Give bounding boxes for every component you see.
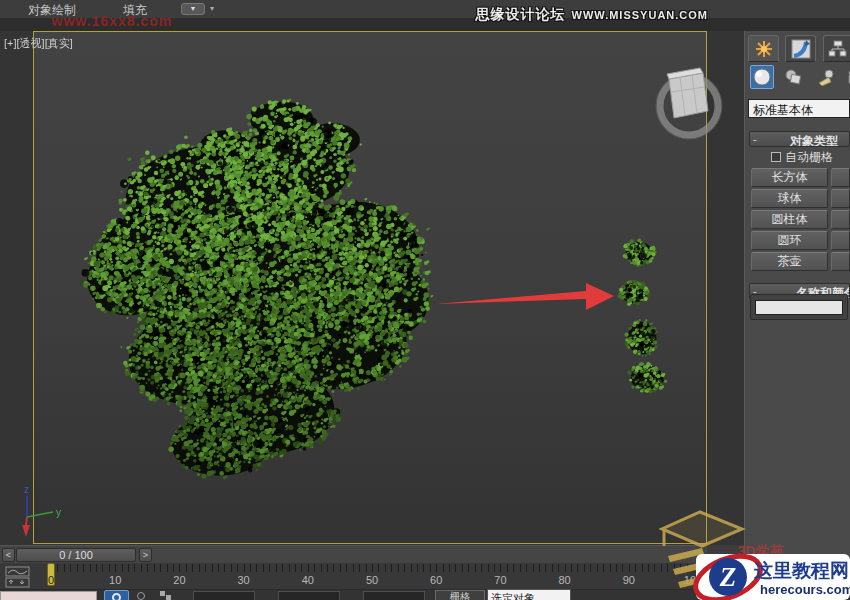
category-lights[interactable]: [813, 66, 837, 90]
absolute-mode-icon[interactable]: [160, 591, 172, 600]
ruler-tick: [610, 564, 611, 572]
time-slider-value[interactable]: 0 / 100: [16, 548, 136, 562]
ruler-tick: [366, 564, 367, 572]
ruler-tick: [212, 564, 213, 572]
create-category-row: [750, 65, 850, 91]
ruler-tick: [282, 564, 283, 572]
autogrid-label: 自动栅格: [785, 150, 833, 163]
selection-lock-icon[interactable]: [137, 592, 145, 600]
primitive-button-clipped[interactable]: [831, 168, 850, 187]
open-mini-curve-editor-button[interactable]: [5, 566, 31, 588]
ruler-tick: [353, 564, 354, 572]
shapes-icon: [784, 68, 802, 86]
ruler-tick: [289, 564, 290, 572]
ruler-tick: [77, 564, 78, 572]
rollout-object-type[interactable]: - 对象类型: [749, 131, 850, 147]
ruler-tick: [635, 564, 636, 572]
axis-y-label: y: [56, 507, 61, 518]
ruler-tick: [321, 564, 322, 572]
primitive-button-clipped[interactable]: [831, 189, 850, 208]
ruler-tick: [590, 564, 591, 572]
create-icon: [754, 39, 774, 59]
coordinate-x-field[interactable]: [193, 591, 255, 600]
chevron-down-icon[interactable]: ▾: [210, 4, 214, 13]
ruler-tick: [147, 564, 148, 572]
ruler-tick: [134, 564, 135, 572]
name-color-groupbox: [750, 294, 848, 320]
ruler-tick: [192, 564, 193, 572]
ribbon-collapse-button[interactable]: ▼: [181, 3, 205, 15]
tab-modify[interactable]: [785, 35, 816, 62]
ruler-tick: [141, 564, 142, 572]
tab-create[interactable]: [748, 35, 779, 62]
primitive-button-0[interactable]: 长方体: [751, 168, 828, 187]
ruler-tick: [333, 564, 334, 572]
primitive-button-clipped[interactable]: [831, 252, 850, 271]
ruler-tick: [263, 564, 264, 572]
world-axis-tripod: z y: [5, 483, 67, 541]
ruler-tick: [436, 564, 437, 572]
ruler-tick: [83, 564, 84, 572]
primitive-button-1[interactable]: 球体: [751, 189, 828, 208]
isolate-selection-button[interactable]: [104, 590, 129, 600]
next-frame-button[interactable]: >: [139, 548, 152, 562]
ruler-tick: [122, 564, 123, 572]
viewport-shading-label[interactable]: [真实]: [45, 37, 73, 49]
coordinate-y-field[interactable]: [278, 591, 340, 600]
foliage-render-canvas[interactable]: [34, 32, 708, 545]
ruler-tick: [115, 564, 116, 572]
primitive-button-clipped[interactable]: [831, 210, 850, 229]
ruler-tick: [308, 564, 309, 572]
geometry-sphere-icon: [753, 68, 771, 86]
ruler-tick: [654, 564, 655, 572]
ruler-tick: [359, 564, 360, 572]
ruler-tick: [526, 564, 527, 572]
ruler-tick: [629, 564, 630, 572]
grid-size-display: 栅格: [435, 590, 485, 600]
time-slider-row: < 0 / 100 >: [0, 545, 707, 563]
object-name-field[interactable]: [755, 300, 843, 315]
ruler-tick: [186, 564, 187, 572]
ruler-tick-label: 0: [48, 574, 54, 586]
ruler-tick: [244, 564, 245, 572]
ruler-tick: [552, 564, 553, 572]
ruler-tick: [558, 564, 559, 572]
ruler-tick: [443, 564, 444, 572]
previous-frame-button[interactable]: <: [2, 548, 15, 562]
ruler-tick: [597, 564, 598, 572]
viewcube-navigation-gizmo[interactable]: [650, 62, 734, 148]
watermark-herecours-name: 这里教程网: [753, 560, 849, 581]
watermark-logo-letter: Z: [719, 562, 737, 592]
category-shapes[interactable]: [781, 66, 805, 90]
tab-hierarchy[interactable]: [823, 35, 850, 62]
watermark-herecours-logo: Z 这里教程网 herecours.com: [690, 552, 850, 600]
ruler-tick: [391, 564, 392, 572]
ruler-tick: [481, 564, 482, 572]
maxscript-mini-listener[interactable]: [0, 591, 97, 600]
primitive-button-4[interactable]: 茶壶: [751, 252, 828, 271]
ruler-tick: [507, 564, 508, 572]
ruler-tick: [173, 564, 174, 572]
ruler-tick: [475, 564, 476, 572]
category-geometry[interactable]: [750, 65, 774, 89]
ruler-tick: [250, 564, 251, 572]
ruler-tick: [256, 564, 257, 572]
coordinate-z-field[interactable]: [363, 591, 425, 600]
autogrid-checkbox[interactable]: [771, 152, 781, 162]
3dsmax-window: 对象绘制 填充 ▼ ▾ www.16xx8.com 思缘设计论坛WWW.MISS…: [0, 0, 850, 600]
track-bar-ruler[interactable]: 0102030405060708090100: [0, 563, 707, 590]
ruler-tick: [64, 564, 65, 572]
ruler-tick: [533, 564, 534, 572]
primitive-button-clipped[interactable]: [831, 231, 850, 250]
ruler-tick: [468, 564, 469, 572]
ruler-tick: [642, 564, 643, 572]
primitive-type-dropdown[interactable]: 标准基本体: [748, 99, 850, 118]
viewport-menu-plus[interactable]: [+]: [4, 37, 17, 49]
ruler-tick: [160, 564, 161, 572]
viewport-pov-label[interactable]: [透视]: [17, 37, 45, 49]
category-cameras[interactable]: [844, 66, 850, 90]
primitive-button-2[interactable]: 圆柱体: [751, 210, 828, 229]
viewport-label[interactable]: [+][透视][真实]: [4, 36, 73, 51]
ruler-tick: [648, 564, 649, 572]
primitive-button-3[interactable]: 圆环: [751, 231, 828, 250]
